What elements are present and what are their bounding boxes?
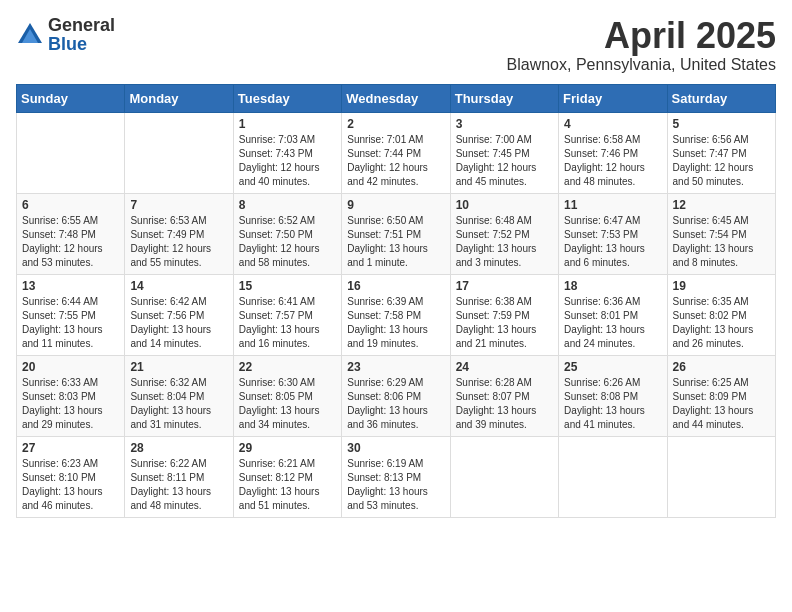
day-number: 23 — [347, 360, 444, 374]
day-info: Sunrise: 6:53 AMSunset: 7:49 PMDaylight:… — [130, 215, 211, 268]
weekday-header-sunday: Sunday — [17, 84, 125, 112]
calendar-cell: 15Sunrise: 6:41 AMSunset: 7:57 PMDayligh… — [233, 274, 341, 355]
calendar-week-5: 27Sunrise: 6:23 AMSunset: 8:10 PMDayligh… — [17, 436, 776, 517]
calendar-cell: 16Sunrise: 6:39 AMSunset: 7:58 PMDayligh… — [342, 274, 450, 355]
calendar-cell: 29Sunrise: 6:21 AMSunset: 8:12 PMDayligh… — [233, 436, 341, 517]
day-number: 30 — [347, 441, 444, 455]
calendar-cell: 22Sunrise: 6:30 AMSunset: 8:05 PMDayligh… — [233, 355, 341, 436]
calendar-cell: 1Sunrise: 7:03 AMSunset: 7:43 PMDaylight… — [233, 112, 341, 193]
calendar-cell: 11Sunrise: 6:47 AMSunset: 7:53 PMDayligh… — [559, 193, 667, 274]
day-info: Sunrise: 6:23 AMSunset: 8:10 PMDaylight:… — [22, 458, 103, 511]
calendar-cell: 17Sunrise: 6:38 AMSunset: 7:59 PMDayligh… — [450, 274, 558, 355]
calendar-cell: 5Sunrise: 6:56 AMSunset: 7:47 PMDaylight… — [667, 112, 775, 193]
day-number: 10 — [456, 198, 553, 212]
calendar-cell: 26Sunrise: 6:25 AMSunset: 8:09 PMDayligh… — [667, 355, 775, 436]
day-number: 11 — [564, 198, 661, 212]
calendar-cell: 25Sunrise: 6:26 AMSunset: 8:08 PMDayligh… — [559, 355, 667, 436]
day-info: Sunrise: 6:55 AMSunset: 7:48 PMDaylight:… — [22, 215, 103, 268]
calendar-cell — [667, 436, 775, 517]
logo: General Blue — [16, 16, 115, 54]
calendar-cell: 2Sunrise: 7:01 AMSunset: 7:44 PMDaylight… — [342, 112, 450, 193]
day-info: Sunrise: 6:26 AMSunset: 8:08 PMDaylight:… — [564, 377, 645, 430]
day-number: 28 — [130, 441, 227, 455]
day-number: 5 — [673, 117, 770, 131]
calendar-cell: 6Sunrise: 6:55 AMSunset: 7:48 PMDaylight… — [17, 193, 125, 274]
day-number: 6 — [22, 198, 119, 212]
calendar-week-1: 1Sunrise: 7:03 AMSunset: 7:43 PMDaylight… — [17, 112, 776, 193]
calendar-cell: 13Sunrise: 6:44 AMSunset: 7:55 PMDayligh… — [17, 274, 125, 355]
day-number: 16 — [347, 279, 444, 293]
calendar-cell: 23Sunrise: 6:29 AMSunset: 8:06 PMDayligh… — [342, 355, 450, 436]
day-info: Sunrise: 7:00 AMSunset: 7:45 PMDaylight:… — [456, 134, 537, 187]
calendar-cell: 27Sunrise: 6:23 AMSunset: 8:10 PMDayligh… — [17, 436, 125, 517]
calendar-cell: 28Sunrise: 6:22 AMSunset: 8:11 PMDayligh… — [125, 436, 233, 517]
calendar-cell: 20Sunrise: 6:33 AMSunset: 8:03 PMDayligh… — [17, 355, 125, 436]
calendar-week-2: 6Sunrise: 6:55 AMSunset: 7:48 PMDaylight… — [17, 193, 776, 274]
day-info: Sunrise: 6:50 AMSunset: 7:51 PMDaylight:… — [347, 215, 428, 268]
logo-text-blue: Blue — [48, 34, 87, 54]
calendar-cell: 4Sunrise: 6:58 AMSunset: 7:46 PMDaylight… — [559, 112, 667, 193]
day-number: 9 — [347, 198, 444, 212]
day-number: 24 — [456, 360, 553, 374]
day-number: 4 — [564, 117, 661, 131]
weekday-header-tuesday: Tuesday — [233, 84, 341, 112]
day-number: 15 — [239, 279, 336, 293]
calendar-cell: 8Sunrise: 6:52 AMSunset: 7:50 PMDaylight… — [233, 193, 341, 274]
day-number: 29 — [239, 441, 336, 455]
logo-icon — [16, 21, 44, 49]
day-number: 20 — [22, 360, 119, 374]
day-info: Sunrise: 6:45 AMSunset: 7:54 PMDaylight:… — [673, 215, 754, 268]
calendar-cell: 9Sunrise: 6:50 AMSunset: 7:51 PMDaylight… — [342, 193, 450, 274]
day-info: Sunrise: 6:56 AMSunset: 7:47 PMDaylight:… — [673, 134, 754, 187]
day-info: Sunrise: 6:22 AMSunset: 8:11 PMDaylight:… — [130, 458, 211, 511]
day-number: 8 — [239, 198, 336, 212]
day-info: Sunrise: 6:25 AMSunset: 8:09 PMDaylight:… — [673, 377, 754, 430]
calendar-week-4: 20Sunrise: 6:33 AMSunset: 8:03 PMDayligh… — [17, 355, 776, 436]
day-info: Sunrise: 6:58 AMSunset: 7:46 PMDaylight:… — [564, 134, 645, 187]
calendar-cell: 14Sunrise: 6:42 AMSunset: 7:56 PMDayligh… — [125, 274, 233, 355]
weekday-header-thursday: Thursday — [450, 84, 558, 112]
day-number: 13 — [22, 279, 119, 293]
calendar-cell — [559, 436, 667, 517]
weekday-header-monday: Monday — [125, 84, 233, 112]
day-info: Sunrise: 6:21 AMSunset: 8:12 PMDaylight:… — [239, 458, 320, 511]
day-number: 2 — [347, 117, 444, 131]
calendar-cell — [17, 112, 125, 193]
day-number: 19 — [673, 279, 770, 293]
day-info: Sunrise: 6:48 AMSunset: 7:52 PMDaylight:… — [456, 215, 537, 268]
day-number: 18 — [564, 279, 661, 293]
day-info: Sunrise: 6:41 AMSunset: 7:57 PMDaylight:… — [239, 296, 320, 349]
calendar-cell: 7Sunrise: 6:53 AMSunset: 7:49 PMDaylight… — [125, 193, 233, 274]
title-area: April 2025 Blawnox, Pennsylvania, United… — [507, 16, 776, 74]
weekday-header-friday: Friday — [559, 84, 667, 112]
calendar-cell: 24Sunrise: 6:28 AMSunset: 8:07 PMDayligh… — [450, 355, 558, 436]
day-number: 3 — [456, 117, 553, 131]
calendar-cell: 3Sunrise: 7:00 AMSunset: 7:45 PMDaylight… — [450, 112, 558, 193]
day-info: Sunrise: 6:39 AMSunset: 7:58 PMDaylight:… — [347, 296, 428, 349]
location-title: Blawnox, Pennsylvania, United States — [507, 56, 776, 74]
calendar: SundayMondayTuesdayWednesdayThursdayFrid… — [16, 84, 776, 518]
day-number: 25 — [564, 360, 661, 374]
day-number: 21 — [130, 360, 227, 374]
day-info: Sunrise: 7:03 AMSunset: 7:43 PMDaylight:… — [239, 134, 320, 187]
day-info: Sunrise: 6:19 AMSunset: 8:13 PMDaylight:… — [347, 458, 428, 511]
day-info: Sunrise: 6:32 AMSunset: 8:04 PMDaylight:… — [130, 377, 211, 430]
day-number: 26 — [673, 360, 770, 374]
day-number: 27 — [22, 441, 119, 455]
day-info: Sunrise: 6:47 AMSunset: 7:53 PMDaylight:… — [564, 215, 645, 268]
day-number: 12 — [673, 198, 770, 212]
day-info: Sunrise: 6:36 AMSunset: 8:01 PMDaylight:… — [564, 296, 645, 349]
weekday-header-saturday: Saturday — [667, 84, 775, 112]
month-title: April 2025 — [507, 16, 776, 56]
day-number: 22 — [239, 360, 336, 374]
day-number: 7 — [130, 198, 227, 212]
day-info: Sunrise: 6:35 AMSunset: 8:02 PMDaylight:… — [673, 296, 754, 349]
day-info: Sunrise: 6:33 AMSunset: 8:03 PMDaylight:… — [22, 377, 103, 430]
calendar-cell: 12Sunrise: 6:45 AMSunset: 7:54 PMDayligh… — [667, 193, 775, 274]
logo-text-general: General — [48, 15, 115, 35]
calendar-cell — [125, 112, 233, 193]
weekday-header-wednesday: Wednesday — [342, 84, 450, 112]
day-info: Sunrise: 6:28 AMSunset: 8:07 PMDaylight:… — [456, 377, 537, 430]
day-info: Sunrise: 6:52 AMSunset: 7:50 PMDaylight:… — [239, 215, 320, 268]
day-info: Sunrise: 7:01 AMSunset: 7:44 PMDaylight:… — [347, 134, 428, 187]
